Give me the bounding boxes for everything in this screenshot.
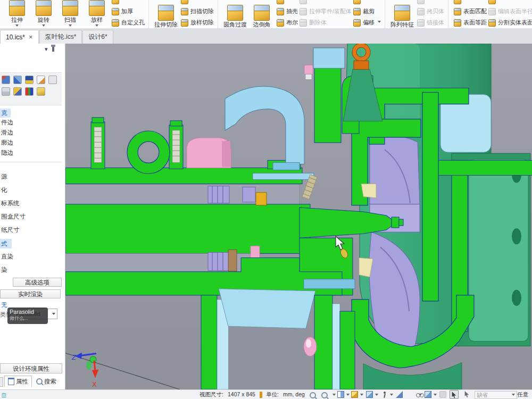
split-solid-surface-button[interactable]: 分割实体表面 bbox=[488, 17, 532, 28]
link-fragment[interactable]: m bbox=[2, 391, 6, 397]
render-mode-cube-icon[interactable] bbox=[351, 391, 358, 398]
selection-filter-value[interactable]: 任意 bbox=[517, 391, 528, 398]
realtime-render-button[interactable]: 实时渲染 bbox=[0, 289, 61, 298]
revolve-icon bbox=[36, 0, 52, 16]
panel-icon[interactable] bbox=[48, 76, 57, 84]
blue-fragment[interactable]: 无 bbox=[1, 301, 7, 309]
tree-item[interactable]: 滑边 bbox=[0, 128, 62, 138]
trim-button[interactable]: 裁剪 bbox=[353, 6, 381, 17]
extrude-part-assembly-icon bbox=[300, 8, 307, 15]
clipped-toolbar-button[interactable] bbox=[277, 0, 298, 6]
copy-body-button: 拷贝体 bbox=[417, 6, 444, 17]
design-env-properties-button[interactable]: 设计环境属性 bbox=[0, 363, 62, 373]
view-cube-icon[interactable] bbox=[366, 391, 373, 398]
ruler-icon bbox=[260, 392, 262, 398]
clipped-toolbar-button[interactable] bbox=[488, 0, 532, 6]
tab-properties[interactable]: 属性 bbox=[4, 376, 32, 387]
clipped-icon bbox=[277, 0, 284, 4]
property-item[interactable]: 式 bbox=[0, 239, 12, 248]
pattern-feature-button[interactable]: 阵列特征 bbox=[389, 0, 415, 28]
tab-search[interactable]: 搜索 bbox=[33, 376, 60, 387]
extrude-button[interactable]: 拉伸 bbox=[4, 0, 30, 28]
grid-icon[interactable] bbox=[2, 87, 10, 96]
flange-hole bbox=[512, 228, 521, 244]
edit-icon[interactable] bbox=[37, 76, 45, 84]
pattern-group: 阵列特征 拷贝体 链接体 bbox=[385, 0, 448, 28]
zoom-in-icon[interactable] bbox=[310, 392, 316, 398]
body-stack: 拉伸零件/装配体 删除体 bbox=[300, 0, 352, 28]
clipped-toolbar-button[interactable] bbox=[454, 0, 487, 6]
property-item[interactable]: 直染 bbox=[0, 250, 62, 263]
extrude-cut-button[interactable]: 拉伸切除 bbox=[153, 0, 179, 28]
split-solid-surface-icon bbox=[488, 19, 496, 27]
chevron-down-icon[interactable]: ▾ bbox=[45, 46, 48, 53]
surface-offset-button[interactable]: 表面等距 bbox=[454, 17, 487, 28]
pattern-feature-icon bbox=[394, 5, 410, 21]
search-icon bbox=[36, 378, 43, 385]
fillet-button[interactable]: 圆角过渡 bbox=[222, 0, 248, 28]
loft-button[interactable]: 放样 bbox=[84, 0, 110, 28]
loft-cut-button[interactable]: 放样切除 bbox=[181, 17, 214, 28]
select-cursor-button[interactable] bbox=[450, 390, 459, 399]
property-item[interactable]: 化 bbox=[0, 184, 62, 197]
property-item[interactable]: 源 bbox=[0, 170, 62, 184]
chevron-down-icon[interactable] bbox=[434, 394, 437, 397]
chamfer-button[interactable]: 边倒角 bbox=[248, 0, 275, 28]
sidebar-bottom-tabs: 属性 搜索 bbox=[0, 376, 65, 387]
thicken-button[interactable]: 加厚 bbox=[112, 6, 145, 17]
tab-design6[interactable]: 设计6* bbox=[82, 30, 113, 44]
ribbon-toolbar: 拉伸 旋转 扫描 放样 加厚 自定义孔 拉伸切除 扫描切除 放样切除 圆角过渡 … bbox=[0, 0, 532, 29]
chevron-down-icon[interactable] bbox=[419, 394, 422, 397]
tab-pump-impeller[interactable]: 泵叶轮.ics* bbox=[39, 30, 82, 44]
tree-item[interactable]: 件边 bbox=[0, 118, 62, 128]
copy-stack: 拷贝体 链接体 bbox=[417, 0, 444, 28]
sweep-button[interactable]: 扫描 bbox=[57, 0, 84, 28]
boolean-label: 布尔 bbox=[286, 19, 298, 27]
feature-stack: 加厚 自定义孔 bbox=[112, 0, 145, 28]
caption-text: 做什么... bbox=[10, 315, 46, 321]
viewport-3d[interactable]: Z X bbox=[65, 44, 532, 389]
tree-item[interactable]: 克 bbox=[0, 109, 11, 118]
clipped-toolbar-button[interactable] bbox=[353, 0, 381, 6]
sweep-cut-button[interactable]: 扫描切除 bbox=[181, 6, 214, 17]
pin-icon[interactable] bbox=[52, 47, 54, 52]
property-item[interactable]: 围盒尺寸 bbox=[0, 210, 62, 223]
wedge-icon[interactable] bbox=[396, 391, 403, 398]
gear-icon[interactable] bbox=[13, 87, 22, 96]
property-item[interactable]: 染 bbox=[0, 263, 62, 277]
shell-button[interactable]: 抽壳 bbox=[277, 6, 298, 17]
property-item[interactable]: 标系统 bbox=[0, 197, 62, 210]
part-icon[interactable] bbox=[37, 87, 45, 96]
zoom-out-icon[interactable] bbox=[321, 392, 328, 398]
boolean-button[interactable]: 布尔 bbox=[277, 17, 298, 28]
video-caption-overlay: Parasolid 做什么... bbox=[7, 307, 48, 324]
chevron-down-icon[interactable] bbox=[390, 394, 393, 397]
chevron-down-icon[interactable] bbox=[375, 394, 378, 397]
surface-match-button[interactable]: 表面匹配 bbox=[454, 6, 487, 17]
chevron-down-icon[interactable] bbox=[360, 394, 363, 397]
axes-icon[interactable] bbox=[25, 87, 34, 96]
clipped-toolbar-button[interactable] bbox=[112, 0, 145, 6]
offset-button[interactable]: 偏移 bbox=[353, 17, 381, 28]
clipped-tab[interactable] bbox=[0, 377, 3, 387]
display-cube-icon[interactable] bbox=[425, 391, 431, 398]
close-icon[interactable]: × bbox=[29, 35, 33, 40]
tree-item[interactable]: 隐边 bbox=[0, 148, 62, 158]
advanced-options-button[interactable]: 高级选项 bbox=[13, 278, 62, 287]
cut-stack: 扫描切除 放样切除 bbox=[181, 0, 214, 28]
custom-hole-button[interactable]: 自定义孔 bbox=[112, 17, 145, 28]
revolve-button[interactable]: 旋转 bbox=[30, 0, 57, 28]
property-item[interactable]: 纸尺寸 bbox=[0, 223, 62, 237]
cursor-alt-icon[interactable] bbox=[464, 391, 470, 397]
badge-icon[interactable] bbox=[25, 76, 34, 84]
fan-icon[interactable] bbox=[13, 76, 22, 84]
tab-10ics[interactable]: 10.ics*× bbox=[0, 30, 39, 44]
view-book-icon[interactable] bbox=[337, 391, 344, 398]
walk-mode-icon[interactable] bbox=[381, 392, 388, 398]
chevron-down-icon[interactable] bbox=[346, 394, 350, 397]
globe-icon[interactable] bbox=[2, 76, 10, 84]
tree-item[interactable]: 廓边 bbox=[0, 138, 62, 148]
property-list: 源 化 标系统 围盒尺寸 纸尺寸 式 直染 染 bbox=[0, 170, 62, 277]
clipped-toolbar-button[interactable] bbox=[181, 0, 214, 6]
chevron-down-icon[interactable] bbox=[332, 394, 336, 397]
